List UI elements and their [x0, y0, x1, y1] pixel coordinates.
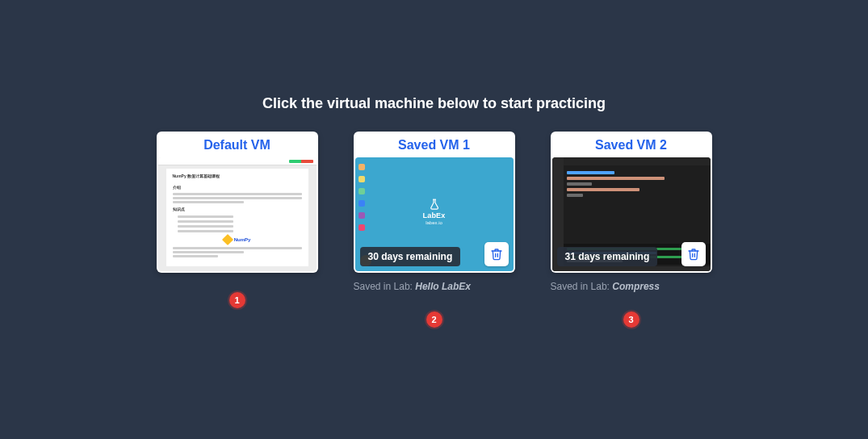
code-line	[567, 194, 584, 197]
vm-col-3: Saved VM 2 31 days remaining Sav	[551, 132, 712, 328]
numpy-logo: NumPy	[173, 236, 302, 244]
saved-lab-caption: Saved in Lab: Hello LabEx	[354, 281, 515, 292]
saved-lab-prefix: Saved in Lab:	[551, 281, 613, 292]
editor-status-bar	[552, 266, 711, 271]
saved-lab-name: Compress	[612, 281, 660, 292]
dock-app-icon	[359, 176, 365, 182]
saved-lab-caption: Saved in Lab: Compress	[551, 281, 712, 292]
doc-section-a: 介绍	[173, 185, 302, 190]
code-line	[567, 188, 639, 191]
trash-icon	[490, 248, 503, 261]
vm-card-title: Saved VM 1	[354, 132, 515, 157]
dock-app-icon	[359, 188, 365, 194]
delete-vm-button[interactable]	[681, 242, 706, 266]
days-remaining-badge: 30 days remaining	[360, 247, 461, 266]
vm-card-row: Default VM NumPy 数值计算基础课程 介绍 知识点	[157, 132, 712, 328]
vm-card-title: Saved VM 2	[551, 132, 712, 157]
numpy-cube-icon	[222, 234, 233, 245]
delete-vm-button[interactable]	[484, 242, 509, 266]
trash-icon	[687, 248, 700, 261]
doc-title: NumPy 数值计算基础课程	[173, 174, 302, 179]
vm-thumbnail-code-editor: 31 days remaining	[552, 157, 711, 271]
vm-col-2: Saved VM 1 LabEx labex.io 30 days remain	[354, 132, 515, 328]
labex-title: LabEx	[422, 211, 445, 220]
dock-app-icon	[359, 200, 365, 207]
dock-app-icon	[359, 164, 365, 170]
saved-lab-name: Hello LabEx	[415, 281, 471, 292]
dock-app-icon	[359, 224, 365, 231]
vm-thumbnail-labex: LabEx labex.io 30 days remaining	[355, 157, 514, 271]
code-line	[567, 177, 665, 180]
doc-section-b: 知识点	[173, 207, 302, 212]
vm-card-saved-1[interactable]: Saved VM 1 LabEx labex.io 30 days remain	[354, 132, 515, 273]
vm-card-title: Default VM	[157, 132, 318, 157]
step-badge-2: 2	[426, 311, 442, 328]
saved-lab-prefix: Saved in Lab:	[354, 281, 416, 292]
days-remaining-badge: 31 days remaining	[557, 247, 658, 266]
desktop-dock	[359, 164, 365, 231]
code-line	[567, 182, 592, 186]
editor-tabs	[564, 157, 711, 165]
vm-col-1: Default VM NumPy 数值计算基础课程 介绍 知识点	[157, 132, 318, 328]
numpy-label: NumPy	[234, 237, 251, 243]
step-badge-3: 3	[623, 311, 639, 328]
labex-subtitle: labex.io	[422, 220, 445, 225]
page-heading: Click the virtual machine below to start…	[262, 95, 606, 112]
vm-card-saved-2[interactable]: Saved VM 2 31 days remaining	[551, 132, 712, 273]
vm-thumbnail-document: NumPy 数值计算基础课程 介绍 知识点	[158, 157, 317, 271]
dock-app-icon	[359, 212, 365, 219]
doc-paper: NumPy 数值计算基础课程 介绍 知识点	[166, 169, 308, 266]
labex-brand: LabEx labex.io	[422, 199, 445, 225]
step-badge-1: 1	[229, 292, 245, 308]
editor-code-area	[567, 169, 707, 240]
flask-icon	[429, 199, 438, 210]
vm-card-default[interactable]: Default VM NumPy 数值计算基础课程 介绍 知识点	[157, 132, 318, 273]
code-line	[567, 171, 614, 174]
doc-topbar	[158, 157, 317, 165]
